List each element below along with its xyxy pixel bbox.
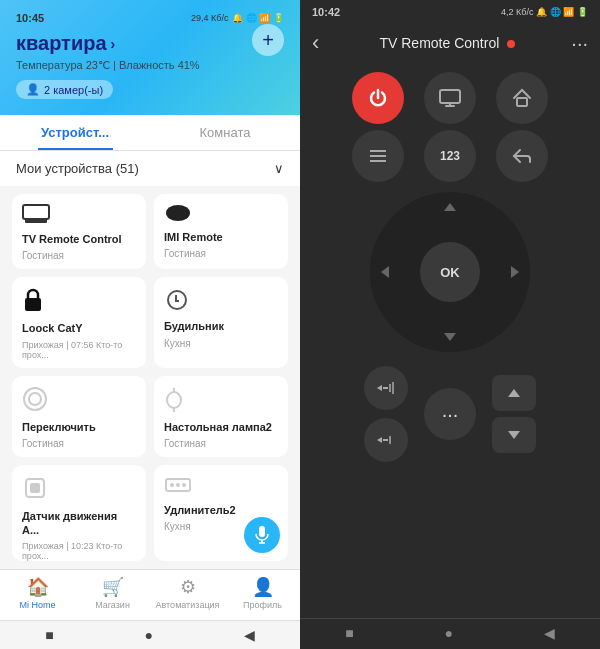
more-button[interactable]: ··· — [571, 32, 588, 55]
device-loc-tv: Гостиная — [22, 250, 136, 261]
left-system-bar: ■ ● ◀ — [0, 620, 300, 649]
devices-section-header[interactable]: Мои устройства (51) ∨ — [0, 151, 300, 186]
right-circle-btn[interactable]: ● — [445, 625, 453, 641]
imi-icon — [164, 204, 278, 226]
svg-rect-18 — [259, 526, 265, 537]
weather-info: Температура 23℃ | Влажность 41% — [16, 59, 284, 72]
device-loc-alarm: Кухня — [164, 338, 278, 349]
ch-down-button[interactable] — [492, 417, 536, 453]
nav-profile[interactable]: 👤 Профиль — [225, 576, 300, 610]
dpad-section: OK — [370, 188, 530, 356]
device-card-imi[interactable]: IMI Remote Гостиная — [154, 194, 288, 269]
left-square-btn[interactable]: ■ — [45, 627, 53, 643]
device-loc-switch: Гостиная — [22, 438, 136, 449]
dpad-outer: OK — [370, 192, 530, 352]
left-status-time: 10:45 — [16, 12, 44, 24]
device-name-alarm: Будильник — [164, 319, 278, 333]
right-panel: 10:42 4,2 Кб/с 🔔 🌐 📶 🔋 ‹ TV Remote Contr… — [300, 0, 600, 649]
ch-up-button[interactable] — [492, 375, 536, 411]
right-triangle-btn[interactable]: ◀ — [544, 625, 555, 641]
device-card-lamp[interactable]: Настольная лампа2 Гостиная — [154, 376, 288, 457]
device-card-extender[interactable]: Удлинитель2 Кухня — [154, 465, 288, 561]
voice-button[interactable] — [244, 517, 280, 553]
svg-point-15 — [170, 483, 174, 487]
second-buttons-row: 123 — [352, 130, 548, 182]
device-name-switch: Переключить — [22, 420, 136, 434]
right-status-icons: 4,2 Кб/с 🔔 🌐 📶 🔋 — [501, 7, 588, 17]
svg-point-17 — [182, 483, 186, 487]
nav-mihome[interactable]: 🏠 Mi Home — [0, 576, 75, 610]
apartment-name: квартира — [16, 32, 107, 55]
power-button[interactable] — [352, 72, 404, 124]
profile-icon: 👤 — [252, 576, 274, 598]
device-card-lock[interactable]: Loock CatY Прихожая | 07:56 Кто-то прох.… — [12, 277, 146, 367]
device-card-switch[interactable]: Переключить Гостиная — [12, 376, 146, 457]
svg-point-10 — [167, 392, 181, 408]
tab-devices[interactable]: Устройст... — [0, 115, 150, 150]
left-triangle-btn[interactable]: ◀ — [244, 627, 255, 643]
svg-rect-3 — [25, 298, 41, 311]
back-button[interactable]: ‹ — [312, 30, 319, 56]
svg-rect-6 — [175, 300, 179, 302]
more-options-button[interactable]: ··· — [424, 388, 476, 440]
device-loc-lock: Прихожая | 07:56 Кто-то прох... — [22, 340, 136, 360]
status-bar-left: 10:45 29,4 Кб/с 🔔 🌐 📶 🔋 — [16, 12, 284, 24]
menu-button[interactable] — [352, 130, 404, 182]
right-status-time: 10:42 — [312, 6, 340, 18]
device-card-motion[interactable]: Датчик движения А... Прихожая | 10:23 Кт… — [12, 465, 146, 561]
svg-rect-22 — [517, 98, 527, 106]
device-loc-imi: Гостиная — [164, 248, 278, 259]
dpad-down-button[interactable] — [443, 332, 457, 342]
top-buttons-row — [352, 72, 548, 124]
add-button[interactable]: + — [252, 24, 284, 56]
dpad-right-button[interactable] — [510, 265, 520, 279]
device-card-alarm[interactable]: Будильник Кухня — [154, 277, 288, 367]
left-circle-btn[interactable]: ● — [145, 627, 153, 643]
tv-remote-icon — [22, 204, 136, 228]
dpad-up-button[interactable] — [443, 202, 457, 212]
cameras-badge[interactable]: 👤 2 камер(-ы) — [16, 80, 113, 99]
device-name-imi: IMI Remote — [164, 230, 278, 244]
vol-plus-button[interactable] — [364, 366, 408, 410]
dpad-left-button[interactable] — [380, 265, 390, 279]
ok-button[interactable]: OK — [420, 242, 480, 302]
devices-count-label: Мои устройства (51) — [16, 161, 139, 176]
extender-icon — [164, 475, 278, 499]
shop-icon: 🛒 — [102, 576, 124, 598]
tab-room[interactable]: Комната — [150, 115, 300, 150]
active-indicator — [507, 40, 515, 48]
svg-point-8 — [29, 393, 41, 405]
automation-icon: ⚙ — [180, 576, 196, 598]
right-status-bar: 10:42 4,2 Кб/с 🔔 🌐 📶 🔋 — [300, 0, 600, 22]
svg-point-7 — [24, 388, 46, 410]
devices-chevron: ∨ — [274, 161, 284, 176]
right-system-bar: ■ ● ◀ — [300, 618, 600, 649]
device-card-tv-remote[interactable]: TV Remote Control Гостиная — [12, 194, 146, 269]
device-name-tv: TV Remote Control — [22, 232, 136, 246]
motion-icon — [22, 475, 136, 505]
home-button[interactable] — [496, 72, 548, 124]
device-name-lock: Loock CatY — [22, 321, 136, 335]
tv-source-button[interactable] — [424, 72, 476, 124]
apartment-title[interactable]: квартира › — [16, 32, 284, 55]
left-header: 10:45 29,4 Кб/с 🔔 🌐 📶 🔋 квартира › Темпе… — [0, 0, 300, 115]
lamp-icon — [164, 386, 278, 416]
device-name-motion: Датчик движения А... — [22, 509, 136, 538]
switch-icon — [22, 386, 136, 416]
svg-rect-1 — [25, 219, 47, 223]
svg-rect-13 — [30, 483, 40, 493]
right-square-btn[interactable]: ■ — [345, 625, 353, 641]
device-loc-motion: Прихожая | 10:23 Кто-то прох... — [22, 541, 136, 561]
num-button[interactable]: 123 — [424, 130, 476, 182]
nav-shop[interactable]: 🛒 Магазин — [75, 576, 150, 610]
svg-point-2 — [166, 205, 190, 221]
left-status-icons: 29,4 Кб/с 🔔 🌐 📶 🔋 — [191, 13, 284, 23]
bottom-remote-row: ··· — [344, 362, 556, 466]
back-remote-button[interactable] — [496, 130, 548, 182]
device-name-lamp: Настольная лампа2 — [164, 420, 278, 434]
nav-automation[interactable]: ⚙ Автоматизация — [150, 576, 225, 610]
vol-minus-button[interactable] — [364, 418, 408, 462]
dpad-container: OK — [370, 192, 530, 352]
apartment-chevron: › — [111, 36, 116, 52]
left-panel: 10:45 29,4 Кб/с 🔔 🌐 📶 🔋 квартира › Темпе… — [0, 0, 300, 649]
